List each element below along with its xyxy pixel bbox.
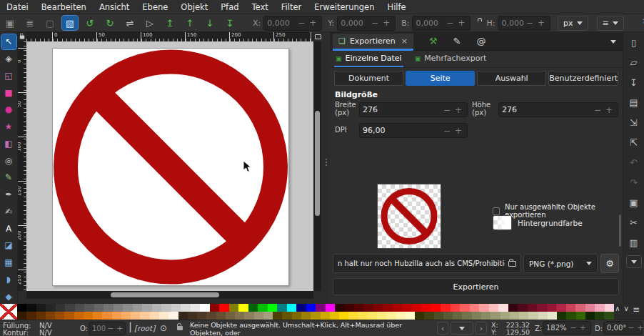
layer-visibility-icon[interactable]: ⊙ [160, 323, 167, 333]
color-swatch[interactable] [26, 312, 36, 320]
coordinate-field[interactable]: 0,000 − + [263, 16, 322, 31]
undo-icon[interactable]: ↶ [626, 155, 642, 170]
document-page[interactable] [52, 48, 289, 286]
paint-bucket-tool[interactable]: ◆ [1, 289, 16, 304]
color-swatch[interactable] [489, 304, 498, 312]
import-icon[interactable]: ⇲ [626, 115, 642, 130]
color-swatch[interactable] [64, 312, 74, 320]
rotate-ccw-icon[interactable]: ↺ [82, 16, 98, 30]
increment-button[interactable]: + [456, 18, 467, 28]
increment-button[interactable]: + [307, 18, 318, 28]
color-swatch[interactable] [348, 312, 358, 320]
color-swatch[interactable] [36, 312, 46, 320]
color-swatch[interactable] [197, 312, 206, 320]
color-swatch[interactable] [114, 304, 123, 312]
color-swatch[interactable] [235, 312, 244, 320]
color-swatch[interactable] [470, 304, 479, 312]
color-swatch[interactable] [46, 304, 55, 312]
lower-to-bottom-icon[interactable]: ↧ [222, 16, 238, 30]
horizontal-ruler[interactable]: 0501001502002503 [26, 32, 313, 41]
menu-item[interactable]: Bearbeiten [35, 1, 93, 14]
color-swatch[interactable] [238, 304, 248, 312]
color-swatch[interactable] [575, 304, 585, 312]
decrement-button[interactable]: − [441, 126, 453, 136]
color-swatch[interactable] [142, 304, 151, 312]
extensions-wrench-icon[interactable]: ⚒ [429, 36, 438, 46]
format-settings-button[interactable]: ⚙ [600, 254, 619, 273]
color-swatch[interactable] [277, 304, 286, 312]
color-swatch[interactable] [104, 304, 113, 312]
color-swatch[interactable] [548, 312, 557, 320]
horizontal-scrollbar-thumb[interactable] [111, 292, 219, 297]
color-swatch[interactable] [46, 312, 55, 320]
ruler-corner[interactable] [18, 32, 26, 41]
color-swatch[interactable] [441, 304, 450, 312]
area-auswahl-button[interactable]: Auswahl [477, 71, 546, 86]
height-input[interactable]: 276 − + [498, 102, 618, 117]
color-swatch[interactable] [585, 304, 595, 312]
color-swatch[interactable] [112, 312, 121, 320]
panel-scrollbar-thumb[interactable] [619, 214, 621, 247]
current-layer[interactable]: [root] [134, 324, 155, 332]
star-tool[interactable]: ★ [1, 119, 16, 134]
increment-button[interactable]: + [603, 105, 615, 115]
color-swatch[interactable] [481, 312, 490, 320]
color-swatch[interactable] [402, 304, 411, 312]
color-swatch[interactable] [500, 312, 510, 320]
menu-item[interactable]: Hilfe [381, 1, 412, 14]
color-swatch[interactable] [537, 304, 546, 312]
color-swatch[interactable] [287, 304, 296, 312]
color-swatch[interactable] [161, 304, 171, 312]
pencil-tool[interactable]: ✎ [1, 170, 16, 185]
new-document-icon[interactable]: ▯ [626, 35, 642, 50]
color-swatch[interactable] [292, 312, 301, 320]
subtab-einzelne-datei[interactable]: ▣ Einzelne Datei [334, 51, 403, 67]
decrement-button[interactable]: − [441, 105, 453, 115]
dropper-tool[interactable]: ◗ [1, 272, 16, 287]
color-swatch[interactable] [421, 304, 431, 312]
decrement-button[interactable]: − [569, 323, 578, 332]
export-selected-option[interactable]: Nur ausgewählte Objekte exportieren [493, 203, 623, 219]
prohibition-sign-drawing[interactable] [53, 49, 288, 285]
text-tool[interactable]: A [1, 221, 16, 236]
color-swatch[interactable] [363, 304, 373, 312]
increment-button[interactable]: + [453, 105, 464, 115]
copy-icon[interactable]: ▣ [626, 195, 642, 210]
mesh-tool[interactable]: ▦ [1, 255, 16, 270]
ellipse-tool[interactable]: ● [1, 102, 16, 117]
color-swatch[interactable] [547, 304, 556, 312]
color-swatch[interactable] [415, 312, 424, 320]
h-field[interactable]: 0,000 − + [498, 16, 550, 31]
increment-button[interactable]: + [578, 323, 588, 332]
color-swatch[interactable] [306, 304, 316, 312]
color-swatch[interactable] [373, 304, 383, 312]
vertical-scrollbar[interactable] [313, 41, 321, 291]
color-swatch[interactable] [140, 312, 149, 320]
menu-item[interactable]: Ansicht [93, 1, 136, 14]
color-swatch[interactable] [576, 312, 585, 320]
lower-icon[interactable]: ↓ [202, 16, 218, 30]
color-swatch[interactable] [188, 312, 197, 320]
increment-button[interactable]: + [535, 18, 547, 28]
color-swatch[interactable] [383, 304, 392, 312]
color-swatch[interactable] [557, 312, 566, 320]
unit-dropdown[interactable]: px [558, 16, 588, 31]
decrement-button[interactable]: − [626, 323, 635, 332]
color-swatch[interactable] [460, 304, 469, 312]
folder-icon[interactable] [508, 261, 516, 267]
color-swatch[interactable] [75, 304, 84, 312]
color-swatch[interactable] [585, 312, 595, 320]
checkbox[interactable] [493, 207, 500, 215]
menu-item[interactable]: Objekt [174, 1, 214, 14]
color-swatch[interactable] [595, 304, 604, 312]
edit-pen-dialog-icon[interactable]: ✎ [453, 36, 461, 46]
no-color-swatch[interactable] [0, 304, 17, 320]
print-icon[interactable]: ▤ [626, 95, 642, 110]
calligraphy-tool[interactable]: ✍ [1, 204, 16, 219]
color-swatch[interactable] [123, 304, 132, 312]
color-swatch[interactable] [36, 304, 46, 312]
zoom-field[interactable]: 182% − + [543, 321, 591, 335]
increment-button[interactable]: + [381, 18, 392, 28]
color-swatch[interactable] [229, 304, 238, 312]
vertical-ruler[interactable]: 050100150200250 [18, 41, 26, 291]
